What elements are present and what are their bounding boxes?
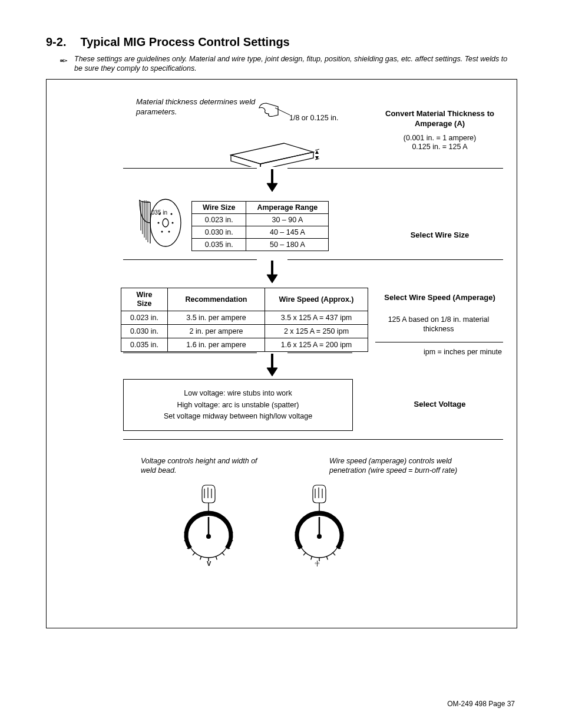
arrow-down-icon — [266, 169, 279, 193]
svg-line-62 — [311, 556, 312, 560]
cell: 2 in. per ampere — [168, 325, 265, 338]
cell: 0.030 in. — [192, 226, 246, 239]
page-footer: OM-249 498 Page 37 — [447, 700, 515, 708]
svg-point-13 — [161, 231, 163, 233]
material-plate-icon — [210, 96, 322, 167]
svg-point-14 — [168, 231, 170, 233]
col-wire-speed: Wire Speed (Approx.) — [265, 288, 368, 311]
cell: 3.5 x 125 A = 437 ipm — [265, 311, 368, 325]
cell: 30 – 90 A — [246, 214, 329, 226]
convert-eq1: (0.001 in. = 1 ampere) — [382, 133, 497, 143]
svg-marker-25 — [267, 275, 277, 283]
cell: 0.023 in. — [192, 214, 246, 226]
divider — [123, 439, 503, 440]
svg-line-38 — [216, 556, 217, 560]
section-heading: 9-2. Typical MIG Process Control Setting… — [46, 35, 517, 49]
ipm-definition: ipm = inches per minute — [375, 348, 502, 356]
svg-line-4 — [275, 108, 290, 115]
svg-line-59 — [333, 553, 335, 556]
svg-marker-10 — [267, 183, 277, 192]
wire-size-table: Wire Size Amperage Range 0.023 in.30 – 9… — [191, 201, 329, 251]
svg-line-40 — [200, 556, 201, 560]
divider — [123, 168, 257, 169]
cell: 50 – 180 A — [246, 239, 329, 251]
wire-spool-icon — [127, 196, 186, 249]
divider — [287, 353, 352, 353]
speed-knob-caption: Wire speed (amperage) controls weld pene… — [329, 457, 488, 475]
mid-voltage-note: Set voltage midway between high/low volt… — [133, 411, 343, 422]
divider — [375, 342, 503, 342]
low-voltage-note: Low voltage: wire stubs into work — [133, 388, 343, 399]
heading-text: Typical MIG Process Control Settings — [80, 35, 289, 49]
svg-line-5 — [315, 149, 319, 150]
svg-point-71 — [317, 534, 322, 539]
svg-line-37 — [222, 553, 224, 556]
cell: 0.035 in. — [121, 338, 168, 352]
heading-number: 9-2. — [46, 35, 66, 49]
arrow-down-icon — [266, 261, 279, 284]
note-text: These settings are guidelines only. Mate… — [74, 55, 517, 73]
thickness-callout: 1/8 or 0.125 in. — [289, 114, 338, 122]
svg-marker-8 — [315, 156, 319, 160]
high-voltage-note: High voltage: arc is unstable (spatter) — [133, 400, 343, 411]
wire-speed-table: Wire Size Recommendation Wire Speed (App… — [121, 288, 368, 352]
pointing-hand-icon — [60, 56, 70, 65]
cell: 2 x 125 A = 250 ipm — [265, 325, 368, 338]
col-recommendation: Recommendation — [168, 288, 265, 311]
divider — [123, 259, 257, 260]
voltage-knob-caption: Voltage controls height and width of wel… — [141, 457, 262, 475]
select-voltage-title: Select Voltage — [382, 400, 497, 409]
spool-size-label: .035 in — [150, 209, 167, 216]
svg-marker-2 — [231, 155, 260, 167]
flowchart-frame: Material thickness determines weld param… — [46, 79, 517, 628]
cell: 3.5 in. per ampere — [168, 311, 265, 325]
svg-line-60 — [326, 556, 328, 560]
select-wire-speed-title: Select Wire Speed (Amperage) — [382, 293, 497, 302]
wirespeed-knob-icon — [287, 480, 352, 563]
svg-point-12 — [163, 219, 168, 227]
svg-marker-3 — [260, 152, 313, 167]
divider — [123, 353, 257, 353]
cell: 40 – 145 A — [246, 226, 329, 239]
voltage-knob-label: V — [207, 560, 211, 567]
cell: 0.035 in. — [192, 239, 246, 251]
cell: 0.023 in. — [121, 311, 168, 325]
arrow-down-icon — [266, 354, 279, 377]
guideline-note: These settings are guidelines only. Mate… — [60, 55, 517, 73]
cell: 0.030 in. — [121, 325, 168, 338]
svg-point-17 — [158, 222, 160, 224]
svg-point-49 — [206, 534, 211, 539]
wire-speed-basis: 125 A based on 1/8 in. material thicknes… — [375, 315, 502, 334]
cell: 1.6 x 125 A = 200 ipm — [265, 338, 368, 352]
voltage-guidance-box: Low voltage: wire stubs into work High v… — [123, 379, 353, 431]
voltage-knob-icon — [176, 480, 241, 563]
convert-eq2: 0.125 in. = 125 A — [382, 143, 497, 151]
svg-point-18 — [172, 222, 174, 224]
col-wire-size: Wire Size — [192, 202, 246, 214]
col-wire-size: Wire Size — [121, 288, 168, 311]
divider — [287, 168, 503, 169]
svg-line-41 — [193, 553, 195, 556]
svg-line-63 — [303, 553, 306, 556]
cell: 1.6 in. per ampere — [168, 338, 265, 352]
svg-point-16 — [171, 213, 173, 215]
wirespeed-knob-label: ◦|◦ — [315, 559, 319, 566]
convert-amperage-block: Convert Material Thickness to Amperage (… — [382, 109, 497, 151]
svg-marker-7 — [315, 150, 319, 154]
col-amperage-range: Amperage Range — [246, 202, 329, 214]
select-wire-size-title: Select Wire Size — [382, 230, 497, 239]
divider — [287, 259, 503, 260]
convert-title: Convert Material Thickness to Amperage (… — [382, 109, 497, 129]
svg-marker-27 — [267, 368, 277, 376]
